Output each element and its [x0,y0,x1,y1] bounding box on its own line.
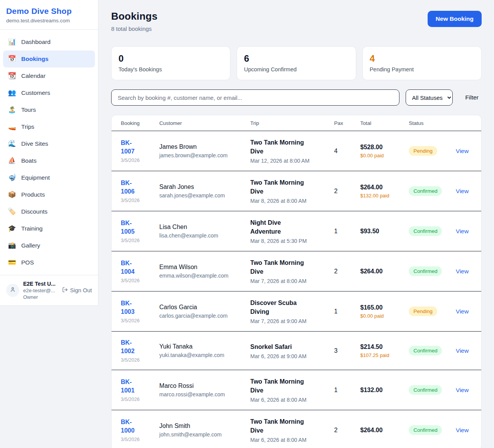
col-header-trip: Trip [246,115,330,131]
user-meta: E2E Test U... e2e-tester@... Owner [23,281,58,300]
sidebar-item-dashboard[interactable]: 📊 Dashboard [3,34,95,51]
booking-date: 3/5/2026 [121,397,150,402]
booking-link[interactable]: BK-1002 [121,339,143,355]
bookings-table-body: BK-1007 3/5/2026 James Brown james.brown… [112,131,481,448]
user-box: E2E Test U... e2e-tester@... Owner Sign … [0,275,98,305]
view-link[interactable]: View [456,308,469,315]
trip-name: Two Tank Morning Dive [250,377,310,395]
equipment-icon: 🤿 [8,173,16,182]
boats-icon: ⛵ [8,156,16,165]
trip-name: Two Tank Morning Dive [250,138,310,156]
bookings-icon: 📅 [8,54,16,64]
sidebar-item-customers[interactable]: 👥 Customers [3,84,95,101]
trip-name: Two Tank Morning Dive [250,417,310,435]
user-icon [10,286,16,294]
training-icon: 🎓 [8,224,16,233]
customer-email: james.brown@example.com [159,152,241,158]
sign-out-icon [62,287,68,294]
booking-link[interactable]: BK-1007 [121,139,143,156]
trip-name: Two Tank Morning Dive [250,178,310,196]
view-link[interactable]: View [456,268,469,275]
sidebar-item-pos[interactable]: 💳 POS [3,254,95,271]
customers-icon: 👥 [8,88,16,98]
customer-name: John Smith [159,423,241,429]
col-header-pax: Pax [330,115,356,131]
sidebar-item-bookings[interactable]: 📅 Bookings [3,51,95,67]
booking-link[interactable]: BK-1000 [121,418,143,435]
pax-count: 2 [334,427,338,433]
sidebar-item-boats[interactable]: ⛵ Boats [3,152,95,169]
view-link[interactable]: View [456,347,469,354]
col-header-total: Total [356,115,404,131]
customer-name: Marco Rossi [159,382,241,389]
paid-amount: $132.00 paid [360,193,400,199]
total-amount: $528.00 [360,144,400,151]
table-header-row: Booking Customer Trip Pax Total Status [112,115,481,131]
customer-name: James Brown [159,143,241,150]
sidebar-item-equipment[interactable]: 🤿 Equipment [3,169,95,186]
new-booking-button[interactable]: New Booking [428,11,482,27]
app-root: Demo Dive Shop demo.test.divestreams.com… [0,0,494,448]
page-title: Bookings [111,10,157,22]
table-row: BK-1000 3/5/2026 John Smith john.smith@e… [112,410,481,448]
booking-link[interactable]: BK-1006 [121,179,143,196]
stat-label: Pending Payment [370,66,474,72]
search-input[interactable] [111,89,399,106]
discounts-icon: 🏷️ [8,207,16,216]
pos-icon: 💳 [8,258,16,267]
customer-email: emma.wilson@example.com [159,273,241,279]
total-amount: $264.00 [360,268,400,275]
table-row: BK-1003 3/5/2026 Carlos Garcia carlos.ga… [112,291,481,332]
booking-date: 3/5/2026 [121,357,150,363]
trip-datetime: Mar 6, 2026 at 9:00 AM [250,353,325,359]
filter-button[interactable]: Filter [465,94,479,101]
customer-email: sarah.jones@example.com [159,192,241,199]
sidebar-item-discounts[interactable]: 🏷️ Discounts [3,203,95,220]
booking-date: 3/5/2026 [121,318,150,323]
sidebar-item-products[interactable]: 📦 Products [3,186,95,203]
booking-link[interactable]: BK-1004 [121,259,143,276]
view-link[interactable]: View [456,228,469,234]
pax-count: 4 [334,148,338,154]
stat-value: 4 [370,53,474,64]
sidebar-item-dive-sites[interactable]: 🌊 Dive Sites [3,135,95,152]
booking-date: 3/5/2026 [121,238,150,243]
col-header-status: Status [404,115,451,131]
booking-date: 3/5/2026 [121,158,150,163]
table-row: BK-1004 3/5/2026 Emma Wilson emma.wilson… [112,251,481,291]
booking-link[interactable]: BK-1003 [121,299,143,316]
sidebar-item-tours[interactable]: 🏝️ Tours [3,101,95,118]
pax-count: 2 [334,268,338,275]
view-link[interactable]: View [456,387,469,393]
view-link[interactable]: View [456,148,469,154]
table-row: BK-1001 3/5/2026 Marco Rossi marco.rossi… [112,370,481,410]
stat-card: 6 Upcoming Confirmed [237,46,356,80]
page-subtitle: 8 total bookings [111,25,157,32]
sidebar-item-trips[interactable]: 🚤 Trips [3,118,95,135]
trip-datetime: Mar 8, 2026 at 8:00 AM [250,198,325,204]
brand-block: Demo Dive Shop demo.test.divestreams.com [0,0,98,30]
table-row: BK-1007 3/5/2026 James Brown james.brown… [112,131,481,171]
status-filter-select[interactable]: All Statuses [406,89,453,106]
booking-link[interactable]: BK-1005 [121,219,143,236]
booking-date: 3/5/2026 [121,198,150,203]
table-row: BK-1002 3/5/2026 Yuki Tanaka yuki.tanaka… [112,332,481,370]
pax-count: 1 [334,387,338,393]
view-link[interactable]: View [456,188,469,194]
status-badge: Confirmed [409,226,442,236]
booking-link[interactable]: BK-1001 [121,378,143,395]
gallery-icon: 📸 [8,241,16,250]
sidebar-item-gallery[interactable]: 📸 Gallery [3,237,95,254]
customer-email: yuki.tanaka@example.com [159,352,241,358]
sidebar-item-calendar[interactable]: 📆 Calendar [3,67,95,84]
status-badge: Confirmed [409,186,442,196]
total-amount: $132.00 [360,387,400,394]
pax-count: 2 [334,188,338,194]
pax-count: 1 [334,308,338,315]
status-badge: Pending [409,146,437,156]
tours-icon: 🏝️ [8,105,16,115]
view-link[interactable]: View [456,427,469,433]
sign-out-button[interactable]: Sign Out [62,287,92,294]
total-amount: $264.00 [360,184,400,191]
sidebar-item-training[interactable]: 🎓 Training [3,220,95,237]
